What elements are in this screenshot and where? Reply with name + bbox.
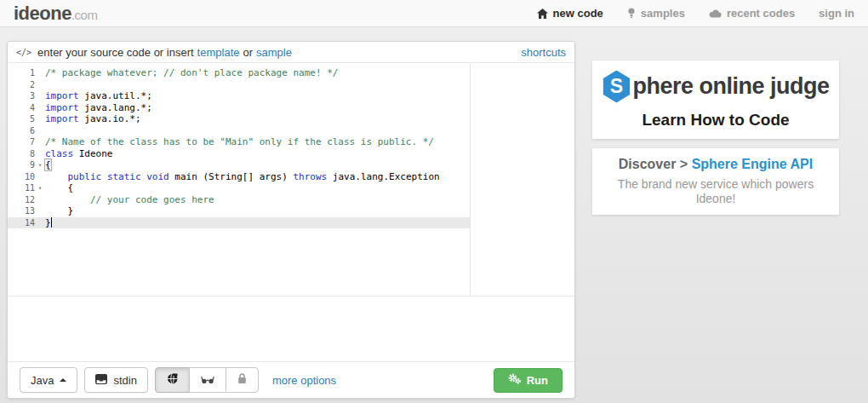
fold-gutter: [35, 90, 45, 102]
sample-link[interactable]: sample: [256, 46, 292, 59]
stdin-icon: [95, 374, 107, 387]
nav-recent-codes-label: recent codes: [727, 7, 795, 20]
caret-up-icon: [60, 378, 66, 382]
spoj-logo-text: phere online judge: [632, 73, 829, 100]
line-number: 14: [8, 217, 35, 229]
fold-gutter: [35, 171, 45, 183]
code-line[interactable]: 13 }: [8, 205, 470, 217]
nav-samples[interactable]: samples: [627, 7, 685, 20]
nav-recent-codes[interactable]: recent codes: [709, 7, 795, 20]
code-line[interactable]: 14}: [8, 217, 470, 229]
code-line[interactable]: 12 // your code goes here: [8, 194, 470, 206]
code-line-text: import java.io.*;: [45, 113, 470, 125]
editor-footer-toolbar: Java stdin more options Run: [8, 361, 574, 398]
sphere-engine-ad-banner[interactable]: Discover > Sphere Engine API The brand n…: [592, 148, 839, 215]
sphere-engine-api-link[interactable]: Sphere Engine API: [692, 157, 814, 171]
sphere-engine-subtitle: The brand new service which powers Ideon…: [609, 177, 822, 207]
visibility-button-group: [155, 367, 259, 393]
line-number: 12: [8, 194, 35, 206]
code-line[interactable]: 10 public static void main (String[] arg…: [8, 171, 470, 183]
house-icon: [537, 9, 548, 19]
code-line-text: import java.lang.*;: [45, 102, 470, 114]
code-line-text: public static void main (String[] args) …: [45, 171, 470, 183]
visibility-private-button[interactable]: [226, 367, 259, 393]
more-options-link[interactable]: more options: [272, 374, 336, 387]
globe-icon: [167, 373, 178, 387]
nav-new-code-label: new code: [553, 7, 603, 20]
toolbar-hint-prefix: enter your source code or insert: [37, 46, 194, 59]
fold-gutter: [35, 79, 45, 91]
code-line-text: [45, 125, 470, 137]
editor-right-divider: [470, 63, 471, 296]
code-line[interactable]: 2: [8, 79, 470, 91]
line-number: 9: [8, 159, 35, 171]
cloud-icon: [709, 9, 722, 18]
line-number: 8: [8, 148, 35, 160]
sphere-engine-headline: Discover > Sphere Engine API: [619, 157, 813, 172]
code-line-text: /* package whatever; // don't place pack…: [45, 67, 470, 79]
lock-icon: [237, 373, 247, 387]
stdin-button[interactable]: stdin: [84, 367, 147, 393]
fold-gutter: [35, 113, 45, 125]
line-number: 7: [8, 136, 35, 148]
code-line[interactable]: 7/* Name of the class has to be "Main" o…: [8, 136, 470, 148]
discover-label: Discover >: [619, 157, 688, 171]
line-number: 3: [8, 90, 35, 102]
fold-gutter: [35, 217, 45, 229]
spoj-logo: S phere online judge: [602, 71, 829, 103]
app-header: ideone.com new code samples recent codes…: [0, 0, 868, 27]
cogs-icon: [508, 373, 521, 387]
logo-tld: .com: [71, 8, 98, 22]
run-label: Run: [527, 374, 548, 387]
visibility-public-button[interactable]: [155, 367, 190, 393]
code-line[interactable]: 9▾{: [8, 159, 470, 171]
toolbar-hint: enter your source code or insert templat…: [37, 46, 292, 59]
header-nav: new code samples recent codes sign in: [537, 7, 854, 20]
ideone-logo[interactable]: ideone.com: [14, 3, 97, 25]
nav-sign-in[interactable]: sign in: [819, 7, 854, 20]
run-button[interactable]: Run: [494, 368, 562, 393]
spoj-ad-banner[interactable]: S phere online judge Learn How to Code: [592, 60, 839, 139]
editor-toolbar: </> enter your source code or insert tem…: [8, 42, 574, 63]
code-line-text: }: [45, 205, 470, 217]
language-select-button[interactable]: Java: [20, 367, 77, 393]
line-number: 10: [8, 171, 35, 183]
line-number: 13: [8, 205, 35, 217]
spoj-tagline: Learn How to Code: [642, 111, 789, 130]
fold-gutter: [35, 205, 45, 217]
spoj-hexagon-icon: S: [602, 71, 631, 103]
shortcuts-link[interactable]: shortcuts: [521, 46, 566, 59]
code-line-text: {: [45, 182, 470, 194]
nav-samples-label: samples: [641, 7, 685, 20]
nav-sign-in-label: sign in: [819, 7, 854, 20]
line-number: 6: [8, 125, 35, 137]
code-line[interactable]: 6: [8, 125, 470, 137]
editor-lower-area: [8, 296, 574, 361]
code-line-text: {: [45, 159, 470, 171]
language-label: Java: [31, 374, 54, 387]
template-link[interactable]: template: [197, 46, 240, 59]
code-line-text: import java.util.*;: [45, 90, 470, 102]
stdin-label: stdin: [113, 374, 136, 387]
editor-panel: </> enter your source code or insert tem…: [7, 41, 575, 399]
nav-new-code[interactable]: new code: [537, 7, 603, 20]
code-line-text: // your code goes here: [45, 194, 470, 206]
visibility-secret-button[interactable]: [189, 367, 226, 393]
code-line-text: [45, 79, 470, 91]
line-number: 5: [8, 113, 35, 125]
code-editor[interactable]: 1/* package whatever; // don't place pac…: [8, 63, 574, 296]
code-line[interactable]: 8class Ideone: [8, 148, 470, 160]
text-cursor: [51, 217, 52, 227]
fold-arrow-icon[interactable]: ▾: [35, 159, 45, 171]
code-line[interactable]: 4import java.lang.*;: [8, 102, 470, 114]
fold-arrow-icon[interactable]: ▾: [35, 182, 45, 194]
line-number: 11: [8, 182, 35, 194]
code-line[interactable]: 5import java.io.*;: [8, 113, 470, 125]
code-line[interactable]: 11▾ {: [8, 182, 470, 194]
fold-gutter: [35, 148, 45, 160]
code-line[interactable]: 3import java.util.*;: [8, 90, 470, 102]
code-line[interactable]: 1/* package whatever; // don't place pac…: [8, 67, 470, 79]
fold-gutter: [35, 125, 45, 137]
toolbar-hint-or: or: [243, 46, 253, 59]
code-area[interactable]: 1/* package whatever; // don't place pac…: [8, 63, 470, 228]
